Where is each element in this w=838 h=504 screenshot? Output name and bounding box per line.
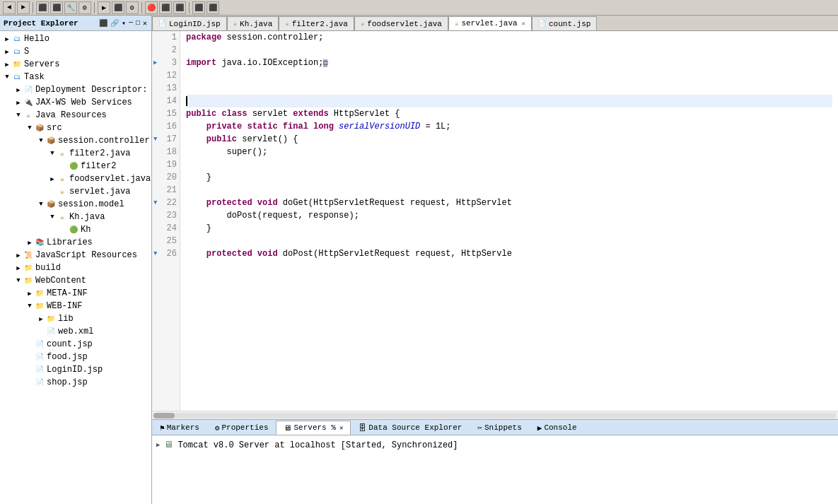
jsp-icon-loginid: 📄 <box>34 364 45 375</box>
project-icon-hello: 🗂 <box>11 33 23 45</box>
tree-label-filter2-java: filter2.java <box>69 148 130 158</box>
main-toolbar: ◄ ► ⬛ ⬛ 🔧 ⚙ ▶ ⬛ ⚙ 🔴 ⬛ ⬛ ⬛ ⬛ <box>0 0 838 16</box>
tree-item-build[interactable]: ▶ 📁 build <box>0 262 151 274</box>
tree-item-kh-class[interactable]: 🟢 Kh <box>0 223 151 236</box>
tree-item-deployment[interactable]: ▶ 📄 Deployment Descriptor: Task <box>0 83 151 96</box>
server-expand-arrow[interactable]: ▶ <box>156 441 160 449</box>
tree-item-servlet-java[interactable]: ☕ servlet.java <box>0 185 151 198</box>
tab-icon-count: 📄 <box>538 20 546 28</box>
tab-foodservlet-java[interactable]: ☕ foodservlet.java <box>354 16 448 30</box>
tree-item-lib[interactable]: ▶ 📁 lib <box>0 312 151 325</box>
code-line-12 <box>186 69 832 82</box>
hscrollbar-track <box>153 413 837 418</box>
tab-data-source[interactable]: 🗄 Data Source Explorer <box>351 421 470 435</box>
hscrollbar-thumb[interactable] <box>153 413 175 418</box>
toolbar-btn-12[interactable]: ⬛ <box>173 1 186 14</box>
sidebar-menu-icon[interactable]: ▾ <box>121 18 127 28</box>
line-num-18: 18 <box>152 146 180 158</box>
tab-icon-loginid: 📄 <box>158 20 166 28</box>
tree-item-task[interactable]: ▼ 🗂 Task <box>0 71 151 83</box>
tree-label-kh-class: Kh <box>81 225 91 235</box>
server-entry-row[interactable]: ▶ 🖥 Tomcat v8.0 Server at localhost [Sta… <box>156 438 834 452</box>
tab-loginid-jsp[interactable]: 📄 LoginID.jsp <box>152 16 227 30</box>
folder-icon-webcontent: 📁 <box>23 275 34 286</box>
tab-properties[interactable]: ⚙ Properties <box>207 421 277 435</box>
tab-icon-filter2: ☕ <box>285 20 289 28</box>
maximize-icon[interactable]: □ <box>135 18 141 28</box>
tab-console-label: Console <box>544 423 576 432</box>
arrow-webcontent: ▼ <box>14 277 23 284</box>
code-editor[interactable]: 1 2 ▶3 12 13 14 15 16 ▼17 18 19 20 <box>152 31 838 411</box>
toolbar-btn-8[interactable]: ⬛ <box>112 1 124 14</box>
toolbar-btn-13[interactable]: ⬛ <box>192 1 205 14</box>
tree-label-webcontent: WebContent <box>35 276 86 286</box>
toolbar-btn-7[interactable]: ▶ <box>98 1 110 14</box>
tree-item-foodservlet-java[interactable]: ▶ ☕ foodservlet.java <box>0 172 151 185</box>
toolbar-btn-14[interactable]: ⬛ <box>206 1 219 14</box>
tab-servers[interactable]: 🖥 Servers % ✕ <box>276 421 351 435</box>
tab-filter2-java[interactable]: ☕ filter2.java <box>279 16 354 30</box>
toolbar-btn-5[interactable]: 🔧 <box>64 1 77 14</box>
toolbar-btn-10[interactable]: 🔴 <box>145 1 158 14</box>
tree-label-web-xml: web.xml <box>58 327 93 336</box>
tab-kh-java[interactable]: ☕ Kh.java <box>227 16 279 30</box>
tree-item-session-model[interactable]: ▼ 📦 session.model <box>0 198 151 211</box>
line-num-17: ▼17 <box>152 133 180 146</box>
tree-item-servers[interactable]: ▶ 📁 Servers <box>0 58 151 71</box>
close-panel-icon[interactable]: ✕ <box>142 18 148 28</box>
toolbar-btn-2[interactable]: ► <box>17 1 30 14</box>
toolbar-btn-6[interactable]: ⚙ <box>78 1 91 14</box>
tree-item-hello[interactable]: ▶ 🗂 Hello <box>0 33 151 45</box>
arrow-loginid-jsp <box>25 366 34 373</box>
arrow-web-xml <box>37 328 45 335</box>
tree-item-js-resources[interactable]: ▶ 📜 JavaScript Resources <box>0 249 151 262</box>
tab-label-kh: Kh.java <box>240 20 272 28</box>
tab-icon-servlet: ☕ <box>455 20 458 28</box>
arrow-food-jsp <box>25 353 34 361</box>
tree-label-shop-jsp: shop.jsp <box>47 377 88 387</box>
tree-item-session-controller[interactable]: ▼ 📦 session.controller <box>0 134 151 147</box>
line-num-19: 19 <box>152 158 180 171</box>
tab-count-jsp[interactable]: 📄 count.jsp <box>532 16 597 30</box>
toolbar-btn-3[interactable]: ⬛ <box>36 1 49 14</box>
tree-item-loginid-jsp[interactable]: 📄 LoginID.jsp <box>0 363 151 376</box>
tree-item-jaxws[interactable]: ▶ 🔌 JAX-WS Web Services <box>0 96 151 109</box>
tree-item-web-xml[interactable]: 📄 web.xml <box>0 325 151 338</box>
tree-item-webcontent[interactable]: ▼ 📁 WebContent <box>0 274 151 287</box>
tree-item-food-jsp[interactable]: 📄 food.jsp <box>0 351 151 363</box>
toolbar-btn-4[interactable]: ⬛ <box>50 1 63 14</box>
tree-item-count-jsp[interactable]: 📄 count.jsp <box>0 338 151 351</box>
arrow-src: ▼ <box>25 124 34 131</box>
tab-snippets[interactable]: ✂ Snippets <box>470 421 529 435</box>
servers-close-icon[interactable]: ✕ <box>339 424 343 432</box>
tree-item-filter2-java[interactable]: ▼ ☕ filter2.java <box>0 147 151 160</box>
toolbar-btn-9[interactable]: ⚙ <box>126 1 139 14</box>
sidebar-toolbar: ⬛ 🔗 ▾ ─ □ ✕ <box>98 18 148 28</box>
tab-servlet-java[interactable]: ☕ servlet.java ✕ <box>448 16 532 30</box>
tree-item-s[interactable]: ▶ 🗂 S <box>0 45 151 58</box>
collapse-all-icon[interactable]: ⬛ <box>98 18 108 28</box>
markers-icon: ⚑ <box>160 423 165 433</box>
tree-item-meta-inf[interactable]: ▶ 📁 META-INF <box>0 287 151 300</box>
tree-item-java-resources[interactable]: ▼ ☕ Java Resources <box>0 109 151 122</box>
arrow-filter2-class <box>59 163 68 170</box>
project-icon-task: 🗂 <box>11 71 23 83</box>
toolbar-btn-1[interactable]: ◄ <box>3 1 16 14</box>
tree-item-src[interactable]: ▼ 📦 src <box>0 122 151 134</box>
tab-markers[interactable]: ⚑ Markers <box>152 421 207 435</box>
tab-markers-label: Markers <box>167 423 199 432</box>
tree-item-web-inf[interactable]: ▼ 📁 WEB-INF <box>0 300 151 312</box>
fold-26: ▼ <box>153 247 157 260</box>
toolbar-btn-11[interactable]: ⬛ <box>159 1 172 14</box>
tab-close-servlet[interactable]: ✕ <box>522 20 525 28</box>
link-editor-icon[interactable]: 🔗 <box>110 18 120 28</box>
editor-hscrollbar[interactable] <box>152 411 838 419</box>
tree-item-libraries[interactable]: ▶ 📚 Libraries <box>0 236 151 249</box>
tree-item-shop-jsp[interactable]: 📄 shop.jsp <box>0 376 151 389</box>
tree-label-libraries: Libraries <box>47 238 93 247</box>
code-line-2 <box>186 44 832 57</box>
tree-item-filter2-class[interactable]: 🟢 filter2 <box>0 160 151 172</box>
minimize-icon[interactable]: ─ <box>128 18 134 28</box>
tab-console[interactable]: ▶ Console <box>530 421 585 435</box>
tree-item-kh-java[interactable]: ▼ ☕ Kh.java <box>0 211 151 223</box>
